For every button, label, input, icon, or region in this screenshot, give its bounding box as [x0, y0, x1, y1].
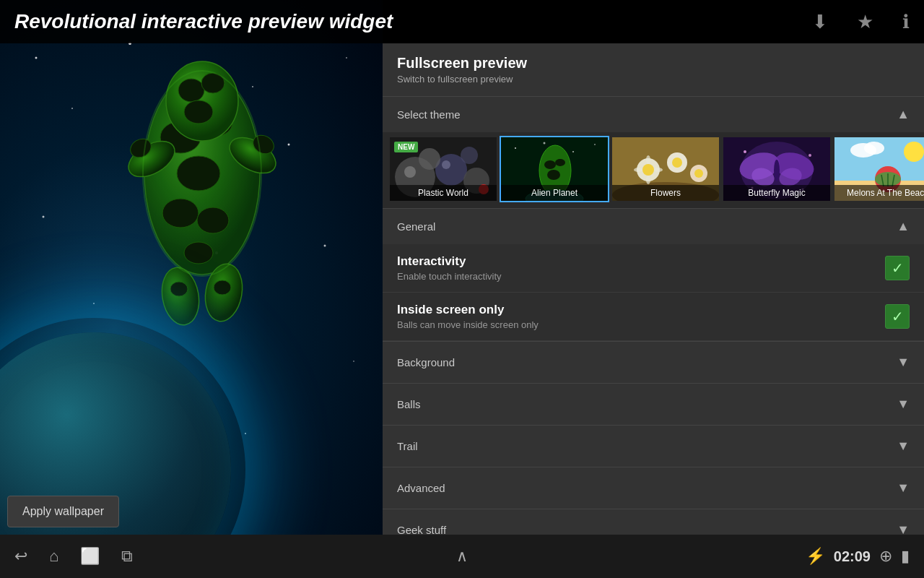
section-advanced[interactable]: Advanced ▼: [383, 467, 924, 509]
inside-screen-checkbox[interactable]: ✓: [885, 304, 910, 329]
svg-point-49: [572, 151, 574, 152]
recents-icon[interactable]: ⬜: [80, 547, 100, 566]
home-icon[interactable]: ⌂: [49, 547, 58, 566]
svg-point-54: [547, 170, 560, 180]
svg-point-30: [184, 100, 213, 124]
svg-point-66: [646, 155, 650, 164]
svg-point-47: [515, 147, 516, 149]
theme-butterfly-magic[interactable]: Butterfly Magic: [722, 136, 832, 202]
svg-point-1: [71, 108, 73, 109]
battery-icon: ▮: [901, 547, 910, 566]
select-theme-chevron: ▲: [897, 107, 910, 122]
svg-point-53: [555, 159, 565, 166]
interactivity-subtitle: Enable touch interactivity: [397, 271, 885, 282]
svg-point-43: [419, 148, 440, 170]
collapsible-sections-container: Background ▼ Balls ▼ Trail ▼ Advanced ▼ …: [383, 342, 924, 549]
general-chevron: ▲: [897, 219, 910, 234]
svg-point-33: [170, 282, 188, 296]
select-theme-section: Select theme ▲: [383, 97, 924, 209]
app-header: Revolutional interactive preview widget …: [0, 0, 924, 43]
section-background[interactable]: Background ▼: [383, 342, 924, 384]
svg-point-21: [197, 207, 229, 233]
theme-melons-beach[interactable]: Melons At The Beach: [833, 136, 924, 202]
inside-screen-subtitle: Balls can move inside screen only: [397, 319, 885, 330]
status-group: ⚡ 02:09 ⊕ ▮: [806, 547, 910, 566]
plastic-world-label: Plastic World: [390, 185, 497, 201]
svg-point-34: [214, 280, 231, 295]
fullscreen-subtitle: Switch to fullscreen preview: [397, 74, 910, 85]
section-label-trail: Trail: [397, 440, 418, 452]
bottom-navigation-bar: ↩ ⌂ ⬜ ⧉ ∧ ⚡ 02:09 ⊕ ▮: [0, 535, 924, 578]
svg-point-28: [178, 79, 204, 102]
svg-point-39: [404, 166, 416, 178]
svg-point-15: [245, 433, 246, 434]
alien-planet-label: Alien Planet: [501, 185, 608, 201]
svg-point-48: [544, 142, 546, 144]
svg-point-67: [646, 176, 650, 184]
section-label-balls: Balls: [397, 398, 421, 410]
theme-plastic-world[interactable]: NEW Plastic World: [388, 136, 498, 202]
theme-flowers[interactable]: Flowers: [611, 136, 720, 202]
svg-point-61: [672, 158, 682, 168]
download-icon[interactable]: ⬇: [812, 11, 828, 33]
fullscreen-title: Fullscreen preview: [397, 55, 910, 72]
apply-wallpaper-button[interactable]: Apply wallpaper: [7, 496, 119, 527]
svg-point-10: [324, 245, 326, 247]
header-icon-group: ⬇ ★ ℹ: [812, 11, 910, 33]
interactivity-checkbox[interactable]: ✓: [885, 256, 910, 280]
time-display: 02:09: [834, 548, 871, 565]
flowers-label: Flowers: [612, 185, 719, 201]
interactivity-row[interactable]: Interactivity Enable touch interactivity…: [383, 244, 924, 293]
svg-point-81: [904, 142, 924, 162]
interactivity-text: Interactivity Enable touch interactivity: [397, 254, 885, 282]
svg-point-19: [177, 156, 220, 191]
section-chevron-background: ▼: [897, 355, 910, 370]
svg-point-20: [162, 199, 199, 228]
nav-icons-group: ↩ ⌂ ⬜ ⧉: [14, 547, 133, 566]
svg-point-74: [774, 160, 780, 181]
melons-beach-label: Melons At The Beach: [834, 185, 924, 201]
svg-point-22: [184, 242, 213, 264]
svg-point-83: [864, 142, 884, 155]
info-icon[interactable]: ℹ: [902, 11, 910, 33]
svg-point-7: [346, 57, 347, 59]
svg-point-63: [694, 169, 703, 178]
general-header[interactable]: General ▲: [383, 209, 924, 244]
theme-thumbnails-container: NEW Plastic World: [383, 132, 924, 208]
back-icon[interactable]: ↩: [14, 547, 27, 566]
section-chevron-advanced: ▼: [897, 480, 910, 496]
interactivity-title: Interactivity: [397, 254, 885, 269]
theme-alien-planet[interactable]: Alien Planet: [500, 136, 609, 202]
general-label: General: [397, 220, 435, 233]
settings-panel: Fullscreen preview Switch to fullscreen …: [383, 43, 924, 549]
section-trail[interactable]: Trail ▼: [383, 426, 924, 467]
bottom-chevron-icon[interactable]: ∧: [456, 547, 468, 566]
section-balls[interactable]: Balls ▼: [383, 384, 924, 426]
svg-point-4: [43, 216, 45, 218]
section-chevron-trail: ▼: [897, 439, 910, 454]
svg-point-0: [35, 57, 38, 59]
new-badge: NEW: [394, 142, 418, 152]
fullscreen-preview-section[interactable]: Fullscreen preview Switch to fullscreen …: [383, 43, 924, 97]
usb-icon: ⚡: [806, 547, 825, 566]
svg-point-13: [353, 361, 354, 362]
select-theme-header[interactable]: Select theme ▲: [383, 97, 924, 132]
star-icon[interactable]: ★: [857, 11, 873, 33]
svg-point-41: [442, 160, 450, 169]
section-label-advanced: Advanced: [397, 482, 445, 494]
butterfly-magic-label: Butterfly Magic: [723, 185, 830, 201]
multiwindow-icon[interactable]: ⧉: [121, 547, 133, 566]
wallpaper-preview: [0, 0, 383, 549]
navigation-icon: ⊕: [879, 547, 892, 566]
svg-point-44: [461, 147, 478, 164]
section-chevron-balls: ▼: [897, 397, 910, 412]
general-section: General ▲ Interactivity Enable touch int…: [383, 209, 924, 342]
svg-point-64: [634, 168, 642, 172]
inside-screen-text: Inside screen only Balls can move inside…: [397, 303, 885, 330]
svg-point-52: [544, 160, 556, 169]
section-label-background: Background: [397, 356, 455, 368]
app-title: Revolutional interactive preview widget: [14, 10, 393, 33]
inside-screen-row[interactable]: Inside screen only Balls can move inside…: [383, 293, 924, 341]
svg-point-65: [654, 168, 663, 172]
svg-point-59: [642, 164, 654, 176]
